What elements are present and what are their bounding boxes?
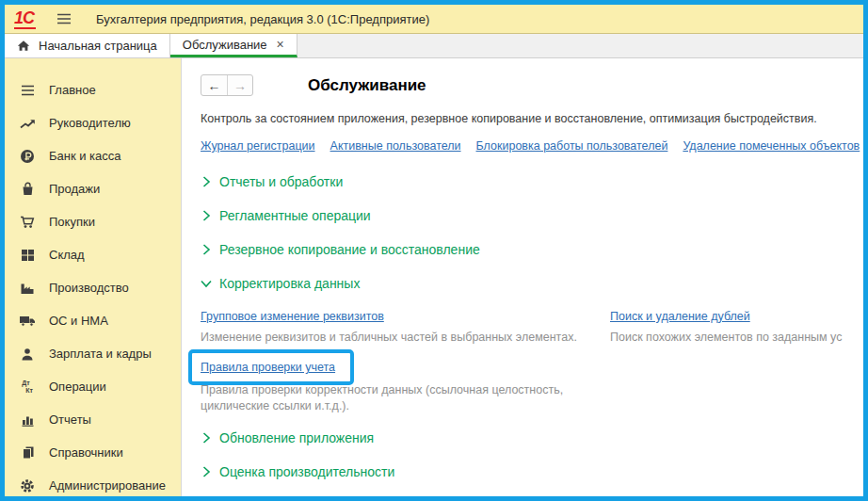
cart-icon [19,215,36,230]
ruble-icon [19,149,36,164]
sidebar-item-pokupki[interactable]: Покупки [5,205,181,238]
sidebar-item-label: Администрирование [49,478,166,493]
sidebar-item-administrirovanie[interactable]: Администрирование [5,469,181,496]
poisk-dubley-desc: Поиск похожих элементов по заданным ус [610,330,863,346]
books-icon [19,445,36,461]
hamburger-icon[interactable] [56,13,72,24]
section-korrektirovka-dannykh[interactable]: Корректировка данных [201,276,863,291]
link-udalenie-obyektov[interactable]: Удаление помеченных объектов [683,139,860,153]
barchart-icon [19,412,36,428]
link-aktivnye-polzovateli[interactable]: Активные пользователи [330,139,461,153]
gruppovoe-izmenenie-desc: Изменение реквизитов и табличных частей … [201,330,610,346]
sidebar-item-spravochniki[interactable]: Справочники [5,436,181,469]
home-icon [17,40,30,52]
sidebar-item-label: Склад [49,248,85,262]
top-links-row: Журнал регистрации Активные пользователи… [201,139,863,153]
bag-icon [19,182,36,197]
sidebar-item-label: Главное [49,83,96,97]
page-description: Контроль за состоянием приложения, резер… [201,112,863,125]
chevron-down-icon [201,280,212,288]
sidebar-item-label: Производство [49,281,129,295]
chevron-right-icon [201,176,212,187]
sidebar-item-os-i-nma[interactable]: ОС и НМА [5,304,181,337]
page-title: Обслуживание [308,76,426,95]
tab-home-label: Начальная страница [39,39,157,53]
link-pravila-proverki-ucheta[interactable]: Правила проверки учета [201,361,335,374]
sidebar-item-label: Зарплата и кадры [49,347,152,361]
sidebar-item-label: Банк и касса [49,149,121,163]
sidebar-item-prodazhi[interactable]: Продажи [5,172,181,205]
section-otchety-i-obrabotki[interactable]: Отчеты и обработки [201,174,863,189]
warehouse-icon [19,248,36,263]
korrektirovka-dannykh-body: Групповое изменение реквизитов Изменение… [201,307,863,414]
section-otsenka-proizvoditelnosti[interactable]: Оценка производительности [201,464,863,479]
chevron-right-icon [201,244,212,255]
sidebar-item-label: Покупки [49,215,95,229]
sidebar-item-operatsii[interactable]: ДтКт Операции [5,370,181,403]
chevron-right-icon [201,210,212,221]
sidebar-item-proizvodstvo[interactable]: Производство [5,271,181,304]
history-nav: ← → [201,74,253,96]
section-reglamentnye-operatsii[interactable]: Регламентные операции [201,208,863,223]
1c-logo: 1С [14,8,36,29]
link-blokirovka-raboty[interactable]: Блокировка работы пользователей [476,139,668,153]
titlebar: 1С Бухгалтерия предприятия, редакция 3.0… [5,5,863,34]
sidebar-item-sklad[interactable]: Склад [5,238,181,271]
chevron-right-icon [201,466,212,477]
back-button[interactable]: ← [201,75,227,95]
tab-home[interactable]: Начальная страница [5,34,170,57]
sidebar-item-label: Отчеты [49,412,91,427]
sidebar-item-label: Руководителю [49,116,131,130]
tab-bar: Начальная страница Обслуживание × [5,34,863,58]
app-title: Бухгалтерия предприятия, редакция 3.0 (1… [96,12,429,26]
sidebar-item-label: Справочники [49,445,123,460]
sidebar-item-zarplata-i-kadry[interactable]: Зарплата и кадры [5,337,181,370]
factory-icon [19,281,36,296]
link-zhurnal-registratsii[interactable]: Журнал регистрации [201,139,315,153]
gear-icon [19,478,36,493]
sidebar-item-glavnoe[interactable]: Главное [5,73,181,106]
sidebar-nav: Главное Руководителю Банк и касса Продаж… [5,58,182,496]
app-window: 1С Бухгалтерия предприятия, редакция 3.0… [0,0,868,501]
pravila-proverki-desc: Правила проверки корректности данных (сс… [201,382,601,414]
sidebar-item-bank-i-kassa[interactable]: Банк и касса [5,139,181,172]
dtkt-icon: ДтКт [19,380,36,395]
content-panel: ← → Обслуживание Контроль за состоянием … [182,58,863,496]
menu-icon [19,83,36,98]
tab-active-label: Обслуживание [183,38,267,52]
trend-icon [19,116,36,131]
sidebar-item-label: Продажи [49,182,100,196]
link-gruppovoe-izmenenie[interactable]: Групповое изменение реквизитов [201,310,384,323]
link-poisk-dubley[interactable]: Поиск и удаление дублей [610,310,750,323]
sidebar-item-rukovoditelyu[interactable]: Руководителю [5,106,181,139]
person-icon [19,347,36,362]
sidebar-item-label: ОС и НМА [49,314,108,328]
forward-button[interactable]: → [227,75,252,95]
sidebar-item-otchety[interactable]: Отчеты [5,403,181,436]
close-tab-icon[interactable]: × [277,38,284,51]
section-rezervnoe-kopirovanie[interactable]: Резервное копирование и восстановление [201,242,863,257]
truck-icon [19,314,36,329]
highlight-box: Правила проверки учета [188,349,354,385]
tab-obsluzhivanie[interactable]: Обслуживание × [170,34,297,57]
section-obnovlenie-prilozheniya[interactable]: Обновление приложения [201,430,863,445]
chevron-right-icon [201,432,212,444]
sidebar-item-label: Операции [49,380,106,394]
